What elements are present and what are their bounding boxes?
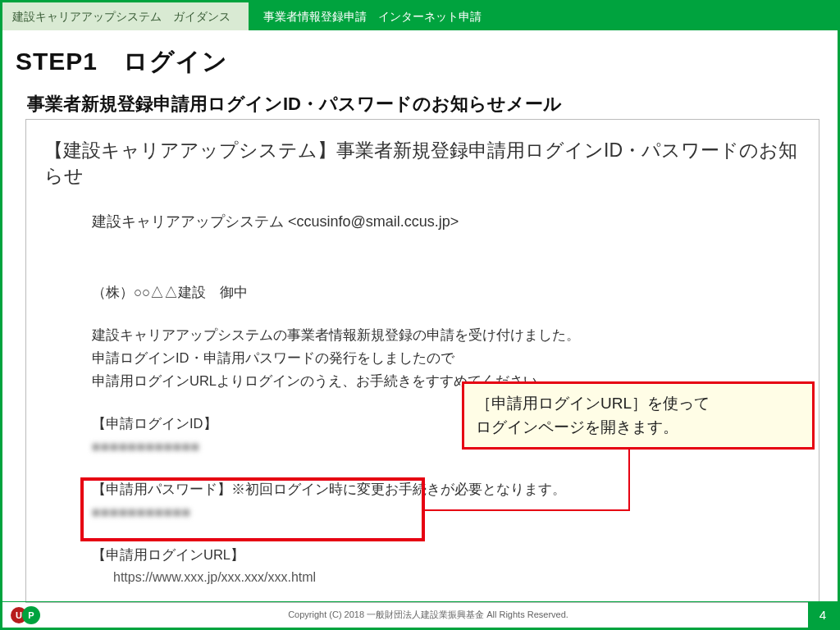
step-title: STEP1 ログイン — [2, 30, 838, 87]
callout-line: ログインページを開きます。 — [476, 416, 801, 440]
email-subject: 【建設キャリアアップシステム】事業者新規登録申請用ログインID・パスワードのお知… — [26, 120, 819, 195]
email-body-line: 申請ログインID・申請用パスワードの発行をしましたので — [92, 346, 819, 369]
page-number: 4 — [808, 602, 838, 628]
email-greeting: （株）○○△△建設 御中 — [92, 281, 819, 304]
copyright-text: Copyright (C) 2018 一般財団法人建設業振興基金 All Rig… — [48, 609, 808, 621]
login-url-block: 【申請用ログインURL】 https://www.xxx.jp/xxx.xxx/… — [92, 543, 819, 588]
footer: U P Copyright (C) 2018 一般財団法人建設業振興基金 All… — [2, 601, 838, 628]
header-right: 事業者情報登録申請 インターネット申請 — [249, 2, 838, 30]
header-bar: 建設キャリアアップシステム ガイダンス 事業者情報登録申請 インターネット申請 — [2, 2, 838, 30]
login-url-label: 【申請用ログインURL】 — [92, 543, 819, 566]
email-body-line: 建設キャリアアップシステムの事業者情報新規登録の申請を受け付けました。 — [92, 323, 819, 346]
callout-box: ［申請用ログインURL］を使って ログインページを開きます。 — [462, 381, 815, 450]
connector-line-v — [628, 441, 630, 511]
callout-line: ［申請用ログインURL］を使って — [476, 392, 801, 416]
logo-p-icon: P — [22, 606, 40, 624]
email-from: 建設キャリアアップシステム <ccusinfo@smail.ccus.jp> — [26, 195, 819, 231]
header-left: 建設キャリアアップシステム ガイダンス — [2, 2, 249, 30]
password-block: 【申請用パスワード】※初回ログイン時に変更お手続きが必要となります。 ■■■■■… — [92, 477, 819, 523]
slide: 建設キャリアアップシステム ガイダンス 事業者情報登録申請 インターネット申請 … — [0, 0, 840, 630]
login-id-value: ■■■■■■■■■■■■ — [92, 435, 200, 458]
footer-logo: U P — [2, 606, 48, 624]
password-label: 【申請用パスワード】※初回ログイン時に変更お手続きが必要となります。 — [92, 477, 819, 500]
connector-line-h — [425, 509, 630, 511]
login-url-value: https://www.xxx.jp/xxx.xxx/xxx.html — [92, 566, 819, 588]
password-value: ■■■■■■■■■■■ — [92, 500, 191, 523]
email-preview: 【建設キャリアアップシステム】事業者新規登録申請用ログインID・パスワードのお知… — [25, 119, 819, 603]
